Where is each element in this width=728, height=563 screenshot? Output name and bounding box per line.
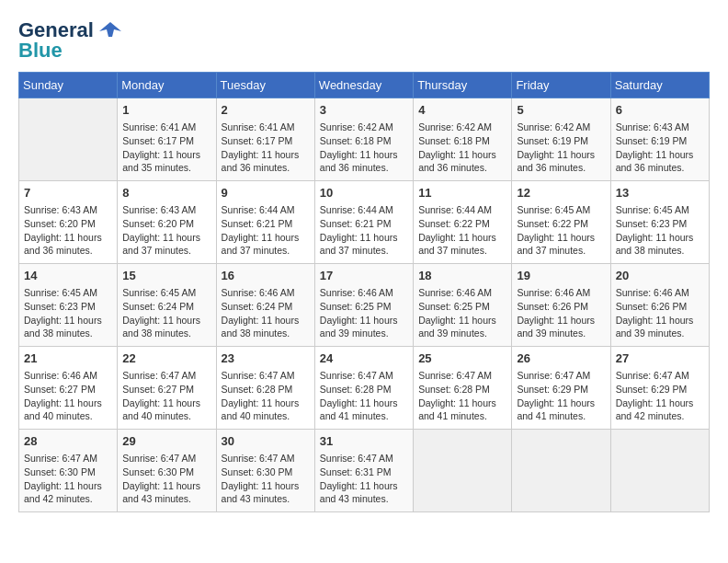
calendar-cell: 11Sunrise: 6:44 AMSunset: 6:22 PMDayligh… — [414, 181, 512, 264]
cell-text: Daylight: 11 hours — [24, 479, 112, 493]
cell-text: and 38 minutes. — [122, 327, 210, 340]
cell-text: Daylight: 11 hours — [122, 231, 210, 245]
cell-text: Sunset: 6:25 PM — [320, 300, 408, 314]
cell-text: Sunrise: 6:41 AM — [222, 121, 310, 134]
cell-text: and 40 minutes. — [122, 409, 210, 423]
cell-text: Daylight: 11 hours — [222, 396, 310, 410]
cell-text: Daylight: 11 hours — [616, 231, 704, 245]
cell-text: Daylight: 11 hours — [320, 148, 408, 162]
cell-text: Daylight: 11 hours — [320, 231, 408, 245]
day-number: 23 — [222, 350, 310, 367]
cell-text: and 41 minutes. — [418, 409, 506, 423]
cell-text: Daylight: 11 hours — [222, 479, 310, 493]
calendar-cell: 4Sunrise: 6:42 AMSunset: 6:18 PMDaylight… — [414, 98, 512, 181]
cell-text: Sunset: 6:27 PM — [122, 383, 210, 396]
cell-text: Daylight: 11 hours — [320, 314, 408, 327]
svg-marker-0 — [99, 22, 121, 37]
cell-text: Daylight: 11 hours — [320, 479, 408, 493]
cell-text: and 42 minutes. — [616, 409, 704, 423]
cell-text: and 36 minutes. — [418, 161, 506, 175]
cell-text: Sunset: 6:28 PM — [418, 383, 506, 396]
cell-text: and 38 minutes. — [24, 327, 112, 340]
cell-text: Daylight: 11 hours — [122, 314, 210, 327]
cell-text: and 36 minutes. — [222, 161, 310, 175]
cell-text: Sunset: 6:20 PM — [122, 217, 210, 231]
cell-text: Sunset: 6:21 PM — [222, 217, 310, 231]
calendar-cell: 6Sunrise: 6:43 AMSunset: 6:19 PMDaylight… — [610, 98, 709, 181]
cell-text: Sunrise: 6:46 AM — [517, 286, 605, 300]
cell-text: Sunrise: 6:45 AM — [517, 203, 605, 217]
day-number: 26 — [517, 350, 605, 367]
calendar-cell: 31Sunrise: 6:47 AMSunset: 6:31 PMDayligh… — [314, 430, 413, 512]
cell-text: and 39 minutes. — [517, 327, 605, 340]
calendar-cell: 5Sunrise: 6:42 AMSunset: 6:19 PMDaylight… — [512, 98, 610, 181]
cell-text: Daylight: 11 hours — [222, 231, 310, 245]
weekday-header-monday: Monday — [118, 73, 216, 98]
day-number: 25 — [418, 350, 506, 367]
day-number: 10 — [320, 185, 408, 201]
cell-text: Sunset: 6:29 PM — [616, 383, 704, 396]
weekday-header-friday: Friday — [512, 73, 610, 98]
calendar-cell: 24Sunrise: 6:47 AMSunset: 6:28 PMDayligh… — [314, 347, 413, 430]
weekday-header-row: SundayMondayTuesdayWednesdayThursdayFrid… — [19, 73, 710, 98]
cell-text: Sunrise: 6:47 AM — [418, 369, 506, 383]
day-number: 1 — [122, 102, 210, 119]
cell-text: Daylight: 11 hours — [418, 396, 506, 410]
cell-text: Sunset: 6:17 PM — [122, 134, 210, 148]
cell-text: Sunrise: 6:42 AM — [517, 121, 605, 134]
calendar-cell: 25Sunrise: 6:47 AMSunset: 6:28 PMDayligh… — [414, 347, 512, 430]
calendar-cell: 16Sunrise: 6:46 AMSunset: 6:24 PMDayligh… — [216, 264, 314, 347]
day-number: 18 — [418, 268, 506, 284]
calendar-cell: 8Sunrise: 6:43 AMSunset: 6:20 PMDaylight… — [118, 181, 216, 264]
cell-text: Sunset: 6:24 PM — [122, 300, 210, 314]
day-number: 9 — [222, 185, 310, 201]
weekday-header-tuesday: Tuesday — [216, 73, 314, 98]
cell-text: and 36 minutes. — [517, 161, 605, 175]
calendar-table: SundayMondayTuesdayWednesdayThursdayFrid… — [18, 72, 710, 512]
weekday-header-saturday: Saturday — [610, 73, 709, 98]
cell-text: and 43 minutes. — [122, 492, 210, 506]
cell-text: Sunrise: 6:46 AM — [616, 286, 704, 300]
day-number: 22 — [122, 350, 210, 367]
cell-text: Sunset: 6:25 PM — [418, 300, 506, 314]
cell-text: and 37 minutes. — [222, 244, 310, 258]
cell-text: Sunrise: 6:42 AM — [320, 121, 408, 134]
calendar-cell: 30Sunrise: 6:47 AMSunset: 6:30 PMDayligh… — [216, 430, 314, 512]
calendar-cell: 2Sunrise: 6:41 AMSunset: 6:17 PMDaylight… — [216, 98, 314, 181]
cell-text: Daylight: 11 hours — [24, 396, 112, 410]
calendar-cell: 28Sunrise: 6:47 AMSunset: 6:30 PMDayligh… — [19, 430, 118, 512]
cell-text: Sunset: 6:19 PM — [616, 134, 704, 148]
calendar-cell: 23Sunrise: 6:47 AMSunset: 6:28 PMDayligh… — [216, 347, 314, 430]
cell-text: Sunrise: 6:47 AM — [222, 452, 310, 465]
calendar-cell: 9Sunrise: 6:44 AMSunset: 6:21 PMDaylight… — [216, 181, 314, 264]
logo: General Blue — [18, 18, 125, 63]
cell-text: Sunset: 6:26 PM — [517, 300, 605, 314]
cell-text: Daylight: 11 hours — [418, 314, 506, 327]
cell-text: Sunset: 6:27 PM — [24, 383, 112, 396]
cell-text: Daylight: 11 hours — [418, 231, 506, 245]
cell-text: Sunrise: 6:43 AM — [616, 121, 704, 134]
cell-text: and 37 minutes. — [418, 244, 506, 258]
cell-text: Sunrise: 6:45 AM — [616, 203, 704, 217]
cell-text: Sunrise: 6:47 AM — [320, 369, 408, 383]
cell-text: and 36 minutes. — [616, 161, 704, 175]
page-header: General Blue — [18, 18, 710, 63]
cell-text: Daylight: 11 hours — [517, 231, 605, 245]
calendar-cell: 17Sunrise: 6:46 AMSunset: 6:25 PMDayligh… — [314, 264, 413, 347]
cell-text: Daylight: 11 hours — [24, 314, 112, 327]
calendar-cell: 3Sunrise: 6:42 AMSunset: 6:18 PMDaylight… — [314, 98, 413, 181]
day-number: 30 — [222, 433, 310, 450]
cell-text: Sunrise: 6:44 AM — [320, 203, 408, 217]
cell-text: Daylight: 11 hours — [122, 396, 210, 410]
calendar-week-5: 28Sunrise: 6:47 AMSunset: 6:30 PMDayligh… — [19, 430, 710, 512]
cell-text: Daylight: 11 hours — [616, 396, 704, 410]
cell-text: Sunrise: 6:45 AM — [24, 286, 112, 300]
cell-text: Sunrise: 6:46 AM — [418, 286, 506, 300]
day-number: 28 — [24, 433, 112, 450]
calendar-cell: 27Sunrise: 6:47 AMSunset: 6:29 PMDayligh… — [610, 347, 709, 430]
cell-text: Daylight: 11 hours — [517, 148, 605, 162]
calendar-cell: 29Sunrise: 6:47 AMSunset: 6:30 PMDayligh… — [118, 430, 216, 512]
calendar-cell — [414, 430, 512, 512]
cell-text: and 38 minutes. — [616, 244, 704, 258]
calendar-cell: 7Sunrise: 6:43 AMSunset: 6:20 PMDaylight… — [19, 181, 118, 264]
